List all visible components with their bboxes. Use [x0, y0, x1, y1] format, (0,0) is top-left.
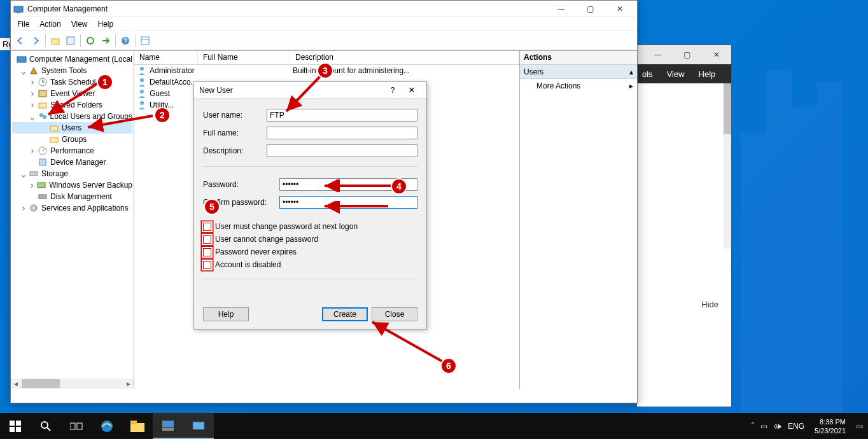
check-disabled[interactable]: Account is disabled: [203, 258, 417, 271]
menu-action[interactable]: Action: [39, 20, 60, 29]
svg-rect-3: [67, 37, 74, 45]
tree-event-viewer[interactable]: ›Event Viewer: [12, 88, 132, 99]
sound-icon[interactable]: 🕪: [774, 422, 781, 431]
user-icon: [137, 66, 147, 76]
forward-button[interactable]: [29, 34, 43, 48]
maximize-button[interactable]: ▢: [576, 1, 605, 17]
taskbar: ˆ ▭ 🕪 ENG 8:38 PM 5/23/2021 ▭: [0, 413, 868, 439]
label-password: Password:: [203, 180, 279, 189]
username-field[interactable]: [267, 109, 417, 122]
tree-system-tools[interactable]: ⌄System Tools: [12, 65, 132, 76]
menu-help[interactable]: Help: [98, 20, 114, 29]
check-never-expires[interactable]: Password never expires: [203, 246, 417, 258]
svg-rect-36: [16, 421, 21, 426]
col-name[interactable]: Name: [134, 51, 198, 64]
tree-users[interactable]: Users: [12, 122, 132, 134]
user-icon: [137, 100, 147, 110]
actions-context[interactable]: Users▴: [520, 65, 637, 79]
svg-rect-20: [39, 159, 46, 165]
create-button[interactable]: Create: [322, 307, 368, 321]
titlebar[interactable]: Computer Management — ▢ ✕: [11, 1, 637, 17]
network-icon[interactable]: ▭: [760, 422, 767, 431]
close-icon[interactable]: ✕: [402, 85, 421, 95]
close-button[interactable]: Close: [372, 307, 417, 321]
more-actions[interactable]: More Actions▸: [520, 79, 637, 93]
refresh-button[interactable]: [83, 34, 97, 48]
maximize-button[interactable]: ▢: [673, 50, 702, 59]
svg-rect-42: [77, 423, 82, 429]
label-fullname: Full name:: [203, 129, 267, 137]
language-indicator[interactable]: ENG: [788, 422, 804, 431]
menu-tools[interactable]: ols: [642, 69, 653, 79]
tree-device-manager[interactable]: Device Manager: [12, 157, 132, 168]
ie-icon[interactable]: [92, 413, 122, 439]
tray-chevron-icon[interactable]: ˆ: [752, 422, 754, 431]
minimize-button[interactable]: —: [547, 1, 576, 17]
description-field[interactable]: [267, 144, 417, 157]
taskview-button[interactable]: [61, 413, 92, 439]
clock[interactable]: 8:38 PM 5/23/2021: [811, 417, 850, 435]
notifications-icon[interactable]: ▭: [856, 422, 863, 431]
tree-disk-mgmt[interactable]: Disk Management: [12, 191, 132, 202]
svg-rect-47: [162, 428, 174, 431]
user-icon: [137, 77, 147, 87]
svg-rect-22: [38, 183, 45, 188]
svg-rect-21: [30, 172, 38, 176]
col-desc[interactable]: Description: [290, 51, 519, 64]
svg-rect-14: [39, 103, 46, 108]
tree-performance[interactable]: ›Performance: [12, 145, 132, 157]
svg-rect-44: [130, 423, 144, 432]
start-button[interactable]: [0, 413, 31, 439]
compmgmt-task-icon[interactable]: [183, 413, 214, 439]
tree-task-scheduler[interactable]: ›Task Schedul: [12, 76, 132, 88]
dialog-titlebar[interactable]: New User ? ✕: [194, 82, 426, 99]
close-button[interactable]: ✕: [605, 1, 634, 17]
svg-point-26: [140, 78, 144, 82]
label-confirm-password: Confirm password:: [203, 198, 279, 207]
confirm-password-field[interactable]: [279, 196, 417, 209]
minimize-button[interactable]: —: [643, 50, 673, 59]
up-button[interactable]: [48, 34, 62, 48]
properties-button[interactable]: [64, 34, 78, 48]
server-manager-icon[interactable]: [153, 413, 183, 439]
tree-storage[interactable]: ⌄Storage: [12, 168, 132, 179]
menu-view[interactable]: View: [667, 69, 685, 79]
svg-rect-7: [141, 37, 149, 45]
close-button[interactable]: ✕: [702, 50, 731, 59]
tree-groups[interactable]: Groups: [12, 134, 132, 145]
tree-wsb[interactable]: ›Windows Server Backup: [12, 179, 132, 191]
svg-text:?: ?: [123, 38, 127, 45]
svg-point-27: [140, 90, 144, 94]
tree-services[interactable]: ›Services and Applications: [12, 202, 132, 214]
fullname-field[interactable]: [267, 127, 417, 139]
col-full[interactable]: Full Name: [198, 51, 290, 64]
export-button[interactable]: [99, 34, 113, 48]
tree-root[interactable]: Computer Management (Local: [12, 53, 132, 65]
user-row[interactable]: AdministratorBuilt-in account for admini…: [134, 65, 519, 76]
hide-link[interactable]: Hide: [701, 300, 718, 309]
menu-file[interactable]: File: [17, 20, 29, 29]
help-icon[interactable]: ?: [383, 86, 402, 95]
menu-view[interactable]: View: [71, 20, 88, 29]
explorer-icon[interactable]: [122, 413, 153, 439]
help-button[interactable]: Help: [203, 307, 249, 321]
view-button[interactable]: [138, 34, 152, 48]
toolbar: ?: [11, 31, 637, 50]
check-must-change[interactable]: User must change password at next logon: [203, 220, 417, 233]
new-user-dialog: New User ? ✕ User name: Full name: Descr…: [193, 81, 427, 330]
tree-local-users[interactable]: ⌄Local Users and Groups: [12, 111, 132, 122]
menu-help[interactable]: Help: [699, 69, 716, 79]
scrollbar[interactable]: [724, 83, 731, 249]
help-button[interactable]: ?: [118, 34, 132, 48]
search-button[interactable]: [31, 413, 61, 439]
svg-point-28: [140, 101, 144, 105]
back-button[interactable]: [13, 34, 27, 48]
svg-rect-23: [39, 195, 46, 199]
desktop: Re — ▢ ✕ ols View Help Hide Computer Man…: [0, 0, 868, 413]
tree-shared-folders[interactable]: ›Shared Folders: [12, 99, 132, 111]
password-field[interactable]: [279, 178, 417, 191]
actions-header: Actions: [520, 51, 637, 65]
compmgmt-icon: [13, 4, 24, 14]
check-cannot-change[interactable]: User cannot change password: [203, 233, 417, 246]
tree-scrollbar[interactable]: ◂▸: [11, 379, 134, 389]
